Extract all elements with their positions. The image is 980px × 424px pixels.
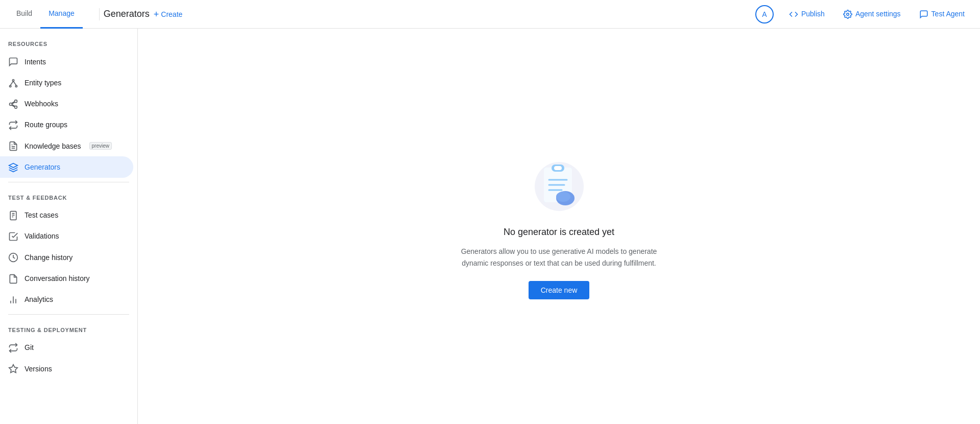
sidebar: RESOURCES Intents Entity types Webhooks … — [0, 29, 138, 424]
generators-icon — [8, 161, 18, 172]
intents-label: Intents — [25, 58, 46, 66]
validations-icon — [8, 231, 18, 242]
agent-settings-button[interactable]: Agent settings — [836, 5, 908, 23]
empty-state: No generator is created yet Generators a… — [457, 153, 661, 299]
publish-icon — [789, 9, 798, 19]
test-agent-label: Test Agent — [931, 10, 965, 18]
empty-illustration — [529, 153, 590, 215]
git-label: Git — [25, 343, 34, 351]
entity-types-icon — [8, 77, 18, 88]
page-title: Generators — [104, 9, 150, 19]
sidebar-item-intents[interactable]: Intents — [0, 51, 133, 72]
sidebar-item-change-history[interactable]: Change history — [0, 247, 133, 268]
header-right: A Publish Agent settings — [755, 5, 972, 23]
sidebar-item-generators[interactable]: Generators — [0, 156, 133, 177]
layout: RESOURCES Intents Entity types Webhooks … — [0, 29, 980, 424]
route-groups-icon — [8, 120, 18, 130]
sidebar-item-webhooks[interactable]: Webhooks — [0, 93, 133, 114]
publish-button[interactable]: Publish — [782, 5, 832, 23]
change-history-label: Change history — [25, 253, 73, 262]
svg-point-1 — [12, 79, 14, 81]
empty-state-title: No generator is created yet — [504, 227, 614, 238]
knowledge-bases-icon — [8, 140, 18, 151]
analytics-label: Analytics — [25, 295, 53, 303]
empty-state-description: Generators allow you to use generative A… — [457, 246, 661, 269]
sidebar-item-validations[interactable]: Validations — [0, 226, 133, 247]
webhooks-icon — [8, 99, 18, 109]
create-new-button[interactable]: Create new — [529, 281, 590, 299]
sidebar-item-knowledge-bases[interactable]: Knowledge bases preview — [0, 135, 133, 156]
sidebar-item-versions[interactable]: Versions — [0, 358, 133, 379]
conversation-history-icon — [8, 273, 18, 284]
svg-line-5 — [13, 81, 16, 85]
test-agent-button[interactable]: Test Agent — [912, 5, 972, 23]
header-tabs: Build Manage — [8, 0, 83, 29]
versions-icon — [8, 363, 18, 374]
testing-deployment-section-label: TESTING & DEPLOYMENT — [0, 319, 137, 337]
sidebar-item-route-groups[interactable]: Route groups — [0, 114, 133, 135]
sidebar-item-analytics[interactable]: Analytics — [0, 289, 133, 310]
intents-icon — [8, 56, 18, 67]
svg-point-3 — [15, 85, 17, 87]
svg-marker-16 — [9, 365, 18, 373]
tab-manage[interactable]: Manage — [40, 0, 83, 29]
sidebar-item-entity-types[interactable]: Entity types — [0, 72, 133, 93]
resources-section-label: RESOURCES — [0, 33, 137, 51]
svg-point-26 — [556, 192, 570, 202]
validations-label: Validations — [25, 232, 59, 240]
main-content: No generator is created yet Generators a… — [138, 29, 980, 424]
preview-badge: preview — [89, 142, 112, 150]
agent-settings-label: Agent settings — [855, 10, 901, 18]
header: Build Manage Generators + Create A Publi… — [0, 0, 980, 29]
route-groups-label: Route groups — [25, 121, 67, 129]
generators-label: Generators — [25, 163, 60, 171]
git-icon — [8, 342, 18, 353]
test-cases-label: Test cases — [25, 211, 58, 219]
svg-line-4 — [10, 81, 13, 85]
versions-label: Versions — [25, 365, 52, 373]
entity-types-label: Entity types — [25, 79, 61, 87]
sidebar-item-conversation-history[interactable]: Conversation history — [0, 268, 133, 289]
publish-label: Publish — [801, 10, 825, 18]
svg-rect-21 — [554, 166, 562, 170]
divider-1 — [8, 182, 129, 182]
tab-build[interactable]: Build — [8, 0, 40, 29]
test-cases-icon — [8, 210, 18, 221]
webhooks-label: Webhooks — [25, 100, 58, 108]
change-history-icon — [8, 252, 18, 263]
conversation-history-label: Conversation history — [25, 274, 90, 282]
sidebar-item-test-cases[interactable]: Test cases — [0, 205, 133, 226]
chat-icon — [919, 9, 928, 19]
test-feedback-section-label: TEST & FEEDBACK — [0, 186, 137, 205]
avatar[interactable]: A — [755, 5, 774, 23]
knowledge-bases-label: Knowledge bases — [25, 142, 81, 150]
create-plus-icon: + — [154, 10, 159, 19]
divider-2 — [8, 314, 129, 315]
settings-icon — [843, 9, 852, 19]
analytics-icon — [8, 294, 18, 305]
create-link[interactable]: + Create — [154, 10, 183, 19]
create-link-label: Create — [161, 10, 182, 18]
svg-point-0 — [847, 13, 849, 16]
svg-point-2 — [10, 85, 11, 87]
sidebar-item-git[interactable]: Git — [0, 337, 133, 358]
header-divider — [99, 8, 100, 20]
